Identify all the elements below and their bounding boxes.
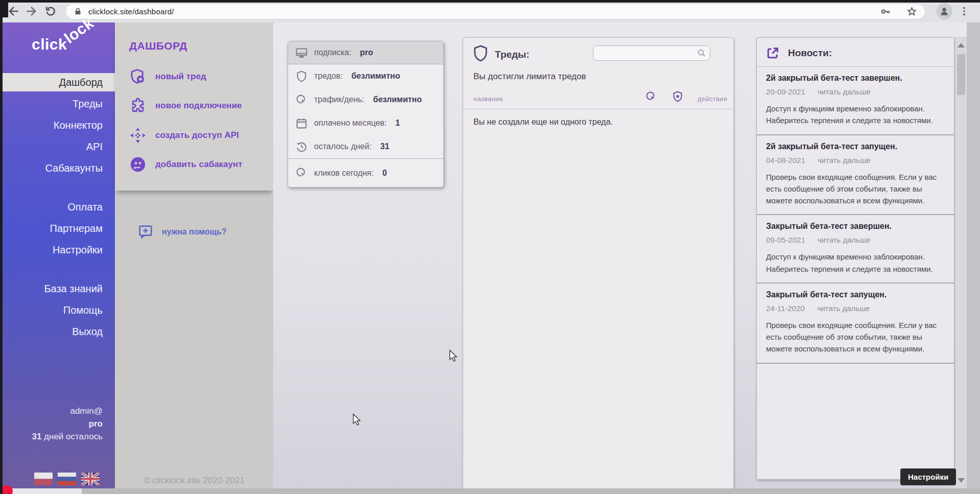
news-item-meta: 20-09-2021 читать дальше — [766, 87, 945, 96]
sidebar-item-dashboard[interactable]: Дашборд — [0, 73, 115, 91]
news-title: Новости: — [788, 48, 832, 59]
browser-menu-icon[interactable] — [959, 6, 970, 17]
refresh-icon[interactable] — [44, 5, 57, 18]
threads-panel: Треды: Вы достигли лимита тредов названи… — [463, 37, 734, 490]
news-panel: Новости: 2й закрытый бета-тест завершен.… — [756, 37, 954, 480]
news-item-title: Закрытый бета-тест завершен. — [766, 222, 945, 231]
action-label: новый тред — [155, 72, 206, 82]
shield-plus-icon — [129, 68, 147, 85]
sidebar-item-partners[interactable]: Партнерам — [0, 218, 115, 239]
news-item-body: Доступ к функциям временно заблокирован.… — [766, 103, 945, 127]
stat-label: трафик/день: — [314, 95, 365, 104]
monitor-icon — [295, 46, 308, 59]
profile-avatar[interactable] — [936, 3, 952, 19]
viewport-right-edge — [967, 22, 980, 494]
scroll-down-arrow-icon[interactable] — [958, 478, 965, 483]
account-info: admin@ pro 31 дней осталось — [32, 405, 103, 443]
new-thread-button[interactable]: новый тред — [129, 68, 206, 85]
sidebar-item-threads[interactable]: Треды — [0, 93, 115, 114]
star-icon[interactable] — [906, 6, 917, 17]
stat-value: pro — [360, 48, 373, 57]
calendar-icon — [295, 117, 308, 130]
forward-arrow-icon[interactable] — [25, 5, 38, 18]
threads-empty-message: Вы не создали еще ни одного треда. — [473, 117, 613, 127]
sidebar-item-subaccounts[interactable]: Сабакаунты — [0, 157, 115, 179]
video-frame-corner — [0, 0, 8, 17]
video-scrubber-dot[interactable] — [1, 485, 13, 494]
sidebar-item-settings[interactable]: Настройки — [0, 239, 115, 261]
account-days-left: 31 дней осталось — [32, 430, 103, 443]
dashboard-actions-column: ДАШБОРД новый тред новое подключение — [115, 22, 273, 494]
sidebar-item-help[interactable]: Помощь — [0, 299, 115, 321]
stat-value: безлимитно — [351, 72, 400, 81]
sidebar-item-api[interactable]: API — [0, 136, 115, 157]
subaccount-icon — [129, 156, 147, 173]
news-header: Новости: — [757, 38, 954, 66]
video-progress-bar[interactable] — [0, 488, 980, 494]
stat-label: подписка: — [314, 48, 351, 57]
external-link-icon — [765, 45, 780, 61]
back-arrow-icon[interactable] — [7, 5, 20, 18]
add-subaccount-button[interactable]: добавить сабакаунт — [129, 156, 243, 173]
sidebar: clicklock Дашборд Треды Коннектор API Са… — [0, 22, 115, 494]
news-item-meta: 24-11-2020 читать дальше — [766, 304, 945, 313]
stat-row-days-left: осталось дней: 31 — [288, 135, 443, 158]
menu-gap — [0, 261, 115, 278]
logo-click: click — [32, 36, 67, 53]
address-bar[interactable]: clicklock.site/dashboard/ — [65, 4, 925, 19]
read-more-link[interactable]: читать дальше — [817, 304, 870, 313]
read-more-link[interactable]: читать дальше — [818, 156, 871, 164]
threads-search-input[interactable] — [593, 45, 710, 61]
news-empty-section — [757, 363, 954, 480]
arrows-out-icon — [129, 127, 147, 144]
news-item-date: 20-09-2021 — [766, 87, 805, 96]
read-more-link[interactable]: читать дальше — [818, 236, 871, 244]
threads-limit-notice: Вы достигли лимита тредов — [473, 72, 586, 82]
russia-flag[interactable] — [58, 473, 76, 485]
sidebar-item-payment[interactable]: Оплата — [0, 196, 115, 218]
new-connection-button[interactable]: новое подключение — [129, 97, 242, 114]
click-icon[interactable] — [645, 90, 657, 103]
lock-icon — [74, 7, 82, 16]
create-api-access-button[interactable]: создать доступ API — [129, 127, 239, 144]
vertical-scrollbar[interactable] — [955, 37, 967, 488]
sidebar-item-connector[interactable]: Коннектор — [0, 114, 115, 136]
sidebar-item-knowledge-base[interactable]: База знаний — [0, 278, 115, 299]
news-item: 2й закрытый бета-тест запущен. 04-08-202… — [757, 134, 954, 215]
column-header-actions: действия — [698, 95, 727, 103]
sidebar-item-logout[interactable]: Выход — [0, 321, 115, 342]
dashboard-title: ДАШБОРД — [129, 40, 187, 52]
main-area: подписка: pro тредов: безлимитно трафик/… — [273, 22, 980, 494]
news-item-date: 04-08-2021 — [766, 156, 805, 164]
threads-title: Треды: — [495, 49, 530, 60]
account-login: admin@ — [32, 405, 103, 417]
stat-label: тредов: — [314, 72, 343, 81]
history-icon — [295, 140, 308, 153]
mouse-cursor — [448, 349, 460, 363]
stat-value: 31 — [380, 142, 390, 151]
click-icon — [295, 93, 308, 106]
action-label: добавить сабакаунт — [155, 159, 243, 170]
uk-flag[interactable] — [81, 473, 100, 485]
stat-label: осталось дней: — [314, 142, 372, 151]
copyright: © clicklock.site 2020-2021 — [115, 476, 273, 486]
news-item-date: 24-11-2020 — [766, 304, 805, 313]
url-text[interactable]: clicklock.site/dashboard/ — [88, 7, 174, 16]
mouse-cursor — [352, 413, 363, 427]
stat-label: кликов сегодня: — [314, 169, 374, 178]
chat-plus-icon — [137, 224, 154, 240]
action-label: новое подключение — [155, 101, 242, 111]
news-item-body: Проверь свои входящие сообщения. Если у … — [766, 319, 945, 355]
poland-flag[interactable] — [34, 473, 53, 485]
news-item-title: 2й закрытый бета-тест запущен. — [766, 142, 945, 151]
scrollbar-thumb[interactable] — [957, 54, 965, 95]
subscription-stats-card: подписка: pro тредов: безлимитно трафик/… — [288, 41, 444, 187]
scroll-up-arrow-icon[interactable] — [958, 43, 965, 48]
page-content: clicklock Дашборд Треды Коннектор API Са… — [0, 22, 980, 494]
read-more-link[interactable]: читать дальше — [818, 87, 871, 96]
click-icon — [295, 167, 308, 179]
news-item: Закрытый бета-тест завершен. 09-05-2021 … — [757, 214, 954, 283]
shield-star-icon[interactable] — [672, 90, 684, 103]
key-icon[interactable] — [880, 6, 891, 17]
need-help-link[interactable]: нужна помощь? — [137, 224, 227, 240]
